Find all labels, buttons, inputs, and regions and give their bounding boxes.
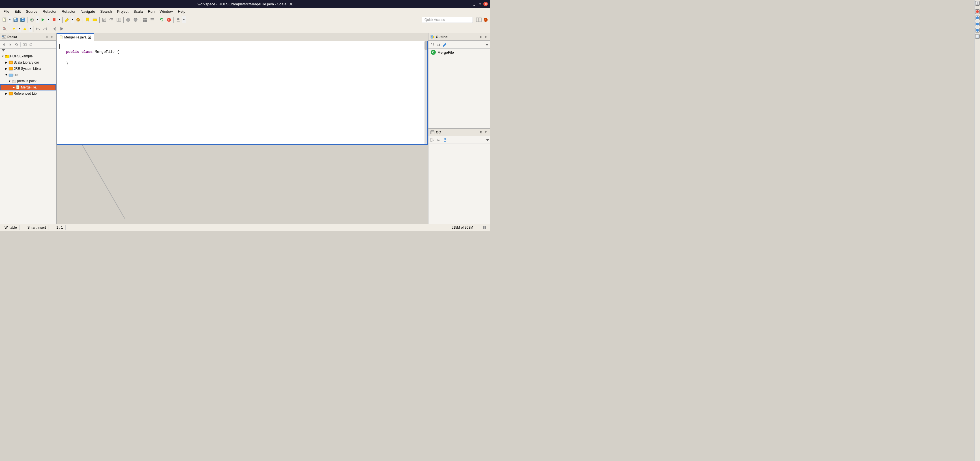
highlight-button[interactable] (91, 16, 98, 23)
tree-item-src[interactable]: ▼ src (0, 72, 56, 78)
no-search-button[interactable] (1, 25, 8, 32)
bottom-maximize-btn[interactable]: □ (484, 130, 488, 135)
stop-button[interactable] (51, 16, 57, 23)
nav-down-button[interactable] (11, 25, 17, 32)
outline-maximize-button[interactable]: □ (484, 35, 488, 39)
go-forward-button[interactable] (42, 25, 49, 32)
pencil-button[interactable] (64, 16, 70, 23)
pkg-collapse-btn[interactable] (0, 49, 56, 52)
list-button[interactable] (149, 16, 156, 23)
menu-file[interactable]: File (1, 9, 11, 14)
svg-marker-111 (443, 43, 447, 47)
bottom-minimize-btn[interactable]: ⊟ (479, 130, 484, 135)
outline-sort-button[interactable] (430, 42, 435, 48)
class-name-label: MergeFile (438, 50, 454, 55)
menu-help[interactable]: Help (175, 9, 188, 14)
menu-run[interactable]: Run (145, 9, 157, 14)
svg-marker-112 (485, 44, 488, 46)
svg-marker-122 (486, 139, 489, 141)
stop-dropdown-arrow[interactable]: ▼ (58, 16, 61, 23)
menu-window[interactable]: Window (158, 9, 175, 14)
save-all-button[interactable] (19, 16, 26, 23)
prev-edit-button[interactable] (51, 25, 58, 32)
status-insert-mode: Smart Insert (25, 225, 48, 230)
tree-item-ref-lib[interactable]: ▶ Referenced Libr (0, 90, 56, 97)
copy-button[interactable] (75, 16, 81, 23)
menu-refactor1[interactable]: Refactor (40, 9, 59, 14)
nav-forward-dropdown[interactable]: ▼ (29, 25, 32, 32)
tab-close-button[interactable]: ✕ (88, 36, 91, 39)
outline-pencil[interactable] (442, 42, 448, 48)
expand-scala-lib[interactable]: ▶ (5, 61, 8, 64)
bottom-btn-2[interactable]: AZ (436, 137, 441, 143)
pkg-refresh-button[interactable] (14, 42, 19, 48)
editor-scrollbar[interactable] (425, 41, 427, 144)
go-back-button[interactable] (35, 25, 41, 32)
pkg-sync-button[interactable] (22, 42, 27, 48)
expand-default-pack[interactable]: ▼ (8, 79, 11, 83)
indent-button[interactable] (108, 16, 115, 23)
tree-item-mergefile[interactable]: ▶ MergeFile. (0, 84, 56, 90)
outline-minimize-button[interactable]: ⊟ (479, 35, 484, 39)
properties-button[interactable] (101, 16, 108, 23)
menu-refactor2[interactable]: Refactor (59, 9, 78, 14)
expand-src[interactable]: ▼ (5, 73, 8, 77)
tree-item-default-pack[interactable]: ▼ (default pack (0, 78, 56, 84)
maximize-panel-button[interactable]: □ (50, 35, 54, 39)
close-button[interactable]: ✕ (484, 2, 488, 6)
next-edit-button[interactable] (59, 25, 65, 32)
pencil-dropdown-arrow[interactable]: ▼ (71, 16, 74, 23)
forward-button[interactable]: → (132, 16, 139, 23)
menu-navigate[interactable]: Navigate (78, 9, 97, 14)
columns-button[interactable] (115, 16, 122, 23)
nav-back-dropdown[interactable]: ▼ (18, 25, 21, 32)
quick-access-input[interactable]: Quick Access (422, 17, 473, 23)
new-file-button[interactable] (1, 16, 8, 23)
scrollbar-thumb[interactable] (425, 41, 427, 50)
debug-dropdown-arrow[interactable]: ▼ (36, 16, 39, 23)
status-icon-btn[interactable] (481, 224, 488, 231)
pkg-forward-button[interactable] (7, 42, 13, 48)
perspective-button[interactable] (476, 16, 482, 23)
expand-ref-lib[interactable]: ▶ (5, 92, 8, 95)
tree-item-hdfsexample[interactable]: ▼ HDFSExample (0, 53, 56, 59)
bottom-btn-3[interactable] (442, 137, 448, 143)
expand-jre-lib[interactable]: ▶ (5, 67, 8, 70)
scala-button[interactable]: e (165, 16, 172, 23)
grid-button[interactable] (142, 16, 148, 23)
tab-mergefile-java[interactable]: MergeFile.java ✕ (57, 33, 94, 41)
new-dropdown-arrow[interactable]: ▼ (8, 16, 11, 23)
debug-button[interactable] (29, 16, 35, 23)
minimize-button[interactable]: _ (472, 2, 477, 6)
pkg-back-button[interactable] (1, 42, 7, 48)
writable-label: Writable (5, 225, 17, 230)
outline-class-entry[interactable]: C MergeFile (428, 49, 490, 56)
menu-source[interactable]: Source (24, 9, 40, 14)
expand-mergefile[interactable]: ▶ (12, 86, 15, 89)
minimize-panel-button[interactable]: ⊟ (45, 35, 49, 39)
user-button[interactable] (175, 16, 182, 23)
run-dropdown-arrow[interactable]: ▼ (47, 16, 50, 23)
user-dropdown-arrow[interactable]: ▼ (182, 16, 186, 23)
run-button[interactable] (40, 16, 46, 23)
tree-item-jre-lib[interactable]: ▶ JRE System Libra (0, 66, 56, 72)
menu-search[interactable]: Search (98, 9, 114, 14)
editor-body[interactable]: public class MergeFile { } (57, 41, 428, 145)
expand-hdfsexample[interactable]: ▼ (1, 55, 5, 58)
outline-alpha-sort[interactable]: az (436, 42, 441, 48)
outline-collapse-indicator[interactable] (485, 42, 489, 47)
tree-item-scala-lib[interactable]: ▶ Scala Library cor (0, 59, 56, 66)
bottom-btn-1[interactable] (430, 137, 435, 143)
save-button[interactable] (12, 16, 19, 23)
pkg-link-button[interactable] (28, 42, 34, 48)
maximize-button[interactable]: □ (478, 2, 482, 6)
menu-project[interactable]: Project (115, 9, 130, 14)
bookmark-button[interactable] (84, 16, 91, 23)
menu-edit[interactable]: Edit (12, 9, 23, 14)
menu-scala[interactable]: Scala (131, 9, 145, 14)
scala-ide-button[interactable]: S (482, 16, 489, 23)
refresh-button[interactable] (158, 16, 165, 23)
nav-up-button[interactable] (22, 25, 28, 32)
back-button[interactable]: ← (125, 16, 132, 23)
bottom-dropdown[interactable] (486, 138, 489, 142)
